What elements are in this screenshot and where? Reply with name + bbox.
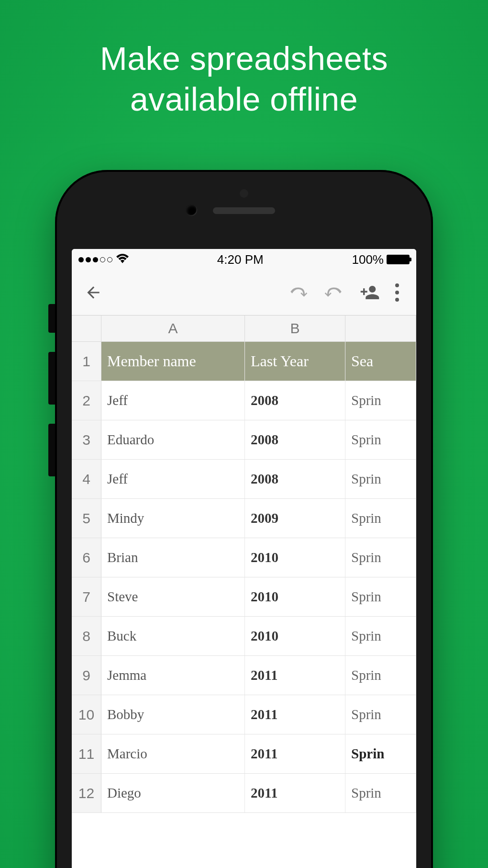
front-camera — [186, 204, 197, 216]
row-number[interactable]: 5 — [72, 499, 101, 538]
sheet-body: 1 Member name Last Year Sea 2 Jeff 2008 … — [72, 342, 416, 868]
table-row: 8 Buck 2010 Sprin — [72, 617, 416, 656]
cell[interactable]: Sprin — [345, 617, 416, 655]
cell[interactable]: Sprin — [345, 538, 416, 577]
row-number[interactable]: 3 — [72, 420, 101, 459]
redo-button[interactable] — [316, 281, 352, 304]
status-time: 4:20 PM — [217, 252, 264, 267]
column-header-C[interactable] — [345, 316, 416, 341]
row-number[interactable]: 12 — [72, 774, 101, 812]
table-row: 9 Jemma 2011 Sprin — [72, 656, 416, 695]
table-row: 4 Jeff 2008 Sprin — [72, 460, 416, 499]
spreadsheet[interactable]: A B 1 Member name Last Year Sea 2 Jeff 2… — [72, 316, 416, 868]
wifi-icon — [116, 253, 129, 266]
column-headers: A B — [72, 316, 416, 342]
row-number[interactable]: 9 — [72, 656, 101, 695]
promo-title: Make spreadsheets available offline — [0, 0, 488, 120]
corner-cell[interactable] — [72, 316, 101, 341]
table-row: 11 Marcio 2011 Sprin — [72, 734, 416, 774]
table-row: 12 Diego 2011 Sprin — [72, 774, 416, 813]
phone-screen: 4:20 PM 100% — [72, 249, 416, 868]
cell[interactable]: Jeff — [101, 381, 245, 420]
row-number[interactable]: 1 — [72, 342, 101, 381]
promo-title-line2: available offline — [130, 81, 358, 117]
column-header-B[interactable]: B — [245, 316, 345, 341]
cell[interactable]: Marcio — [101, 734, 245, 773]
row-number[interactable]: 7 — [72, 577, 101, 616]
cell[interactable]: 2008 — [245, 420, 345, 459]
cell[interactable]: 2011 — [245, 656, 345, 695]
cell[interactable]: Eduardo — [101, 420, 245, 459]
cell[interactable]: Jemma — [101, 656, 245, 695]
column-header-A[interactable]: A — [101, 316, 245, 341]
phone-speaker — [213, 207, 275, 214]
volume-up-button — [48, 352, 55, 405]
status-bar: 4:20 PM 100% — [72, 249, 416, 270]
back-button[interactable] — [81, 283, 105, 302]
table-row: 5 Mindy 2009 Sprin — [72, 499, 416, 538]
cell[interactable]: Last Year — [245, 342, 345, 381]
battery-percent: 100% — [352, 252, 384, 267]
cell[interactable]: 2008 — [245, 381, 345, 420]
table-row: 10 Bobby 2011 Sprin — [72, 695, 416, 734]
table-row: 3 Eduardo 2008 Sprin — [72, 420, 416, 460]
cell[interactable]: Buck — [101, 617, 245, 655]
status-left — [78, 253, 129, 266]
add-person-button[interactable] — [352, 281, 388, 304]
cell[interactable]: 2009 — [245, 499, 345, 538]
cell[interactable]: Sprin — [345, 656, 416, 695]
cell[interactable]: Sprin — [345, 774, 416, 812]
cell[interactable]: Sprin — [345, 420, 416, 459]
table-row: 6 Brian 2010 Sprin — [72, 538, 416, 577]
cell[interactable]: Brian — [101, 538, 245, 577]
phone-frame: 4:20 PM 100% — [55, 170, 433, 868]
row-number[interactable]: 10 — [72, 695, 101, 734]
cell[interactable]: 2011 — [245, 695, 345, 734]
cell[interactable]: Sprin — [345, 695, 416, 734]
row-number[interactable]: 8 — [72, 617, 101, 655]
cell[interactable]: Sprin — [345, 460, 416, 498]
volume-down-button — [48, 424, 55, 476]
promo-title-line1: Make spreadsheets — [100, 40, 388, 77]
cellular-signal-icon — [78, 257, 112, 262]
phone-side-buttons — [48, 304, 55, 496]
app-toolbar — [72, 270, 416, 316]
row-number[interactable]: 4 — [72, 460, 101, 498]
more-menu-button[interactable] — [388, 283, 407, 302]
cell[interactable]: 2010 — [245, 617, 345, 655]
battery-icon — [387, 255, 410, 264]
table-row: 2 Jeff 2008 Sprin — [72, 381, 416, 420]
undo-button[interactable] — [280, 281, 316, 304]
cell[interactable]: 2011 — [245, 774, 345, 812]
table-row: 7 Steve 2010 Sprin — [72, 577, 416, 617]
status-right: 100% — [352, 252, 410, 267]
cell[interactable]: Sprin — [345, 577, 416, 616]
cell[interactable]: Diego — [101, 774, 245, 812]
cell[interactable]: Sea — [345, 342, 416, 381]
table-row: 1 Member name Last Year Sea — [72, 342, 416, 381]
cell[interactable]: 2011 — [245, 734, 345, 773]
row-number[interactable]: 2 — [72, 381, 101, 420]
row-number[interactable]: 6 — [72, 538, 101, 577]
cell[interactable]: Jeff — [101, 460, 245, 498]
cell[interactable]: Steve — [101, 577, 245, 616]
mute-switch — [48, 304, 55, 333]
cell[interactable]: 2010 — [245, 577, 345, 616]
cell[interactable]: 2008 — [245, 460, 345, 498]
cell[interactable]: Sprin — [345, 734, 416, 773]
cell[interactable]: Mindy — [101, 499, 245, 538]
cell[interactable]: Sprin — [345, 499, 416, 538]
cell[interactable]: Member name — [101, 342, 245, 381]
proximity-sensor — [240, 189, 248, 198]
row-number[interactable]: 11 — [72, 734, 101, 773]
cell[interactable]: Sprin — [345, 381, 416, 420]
cell[interactable]: 2010 — [245, 538, 345, 577]
cell[interactable]: Bobby — [101, 695, 245, 734]
